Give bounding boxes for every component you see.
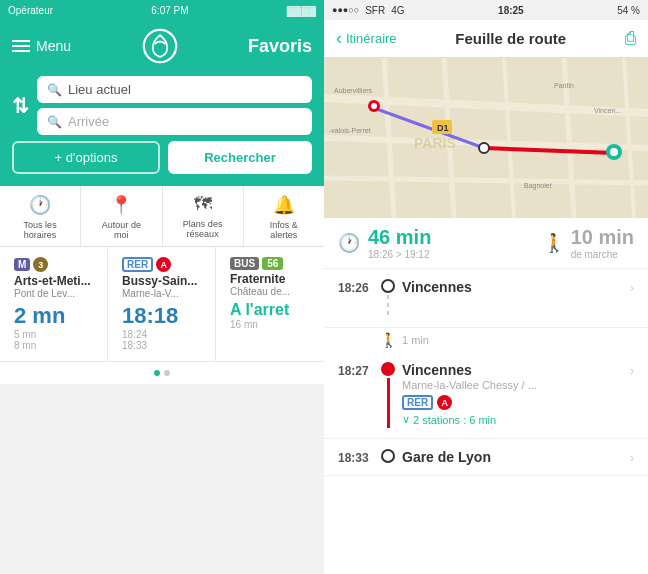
svg-point-14 (371, 103, 377, 109)
transit-next1-bus56: 16 mn (230, 319, 310, 330)
timeline-item-vincennes2[interactable]: 18:27 Vincennes Marne-la-Vallee Chessy /… (324, 352, 648, 439)
rer-badge: RER (122, 257, 153, 272)
tl-content-1: Vincennes (402, 279, 630, 295)
tab-autour-label: Autour demoi (102, 220, 141, 240)
tl-walk-icon-col: 🚶 (374, 332, 402, 348)
transit-name-bus56: Fraternite (230, 272, 310, 286)
timeline: 18:26 Vincennes › 🚶 1 min 18:27 (324, 269, 648, 574)
tab-tous-label: Tous leshoraires (24, 220, 57, 240)
tl-arrow-2: › (630, 362, 634, 378)
back-button[interactable]: ‹ Itinéraire (336, 28, 397, 49)
tl-walk-min: 1 min (402, 334, 429, 346)
map-area: PARIS D1 Aubervilliers Pantin Vincen... … (324, 58, 648, 218)
expand-label: 2 stations : 6 min (413, 414, 496, 426)
hamburger-icon (12, 40, 30, 52)
menu-label: Menu (36, 38, 71, 54)
clock-icon: 🕐 (29, 194, 51, 216)
tab-infos-label: Infos &alertes (270, 220, 298, 240)
tl-dot-col-1 (374, 279, 402, 317)
nav-tabs: 🕐 Tous leshoraires 📍 Autour demoi 🗺 Plan… (0, 186, 324, 247)
transit-sub-metro3: Pont de Lev... (14, 288, 93, 299)
route-info-bar: 🕐 46 min 18:26 > 19:12 🚶 10 min de march… (324, 218, 648, 269)
tab-autour-moi[interactable]: 📍 Autour demoi (81, 186, 162, 246)
clock-icon-route: 🕐 (338, 232, 360, 254)
header-left: Menu Favoris (0, 20, 324, 76)
carrier-right: SFR (365, 5, 385, 16)
transit-time-rera: 18:18 (122, 303, 201, 329)
tab-tous-horaires[interactable]: 🕐 Tous leshoraires (0, 186, 81, 246)
map-icon: 🗺 (194, 194, 212, 215)
share-button[interactable]: ⎙ (625, 28, 636, 49)
transit-item-bus56[interactable]: BUS 56 Fraternite Château de... A l'arre… (216, 247, 324, 362)
status-bar-left: Opérateur 6:07 PM ▓▓▓▓ (0, 0, 324, 20)
left-panel: Opérateur 6:07 PM ▓▓▓▓ Menu Favoris ⇅ 🔍 … (0, 0, 324, 574)
page-dots (0, 362, 324, 384)
search-button[interactable]: Rechercher (168, 141, 312, 174)
tl-dot-col-3 (374, 449, 402, 463)
search-icon-arrive: 🔍 (47, 115, 62, 129)
tl-arrow-3: › (630, 449, 634, 465)
route-icon: ⇅ (12, 94, 29, 118)
current-place-label: Lieu actuel (68, 82, 131, 97)
bus-badge: BUS (230, 257, 259, 270)
rer-a-badge-tl: A (437, 395, 452, 410)
status-bar-right: ●●●○○ SFR 4G 18:25 54 % (324, 0, 648, 20)
options-button[interactable]: + d'options (12, 141, 160, 174)
map-svg: PARIS D1 Aubervilliers Pantin Vincen... … (324, 58, 648, 218)
tl-expand[interactable]: ∨ 2 stations : 6 min (402, 413, 630, 426)
tl-content-2: Vincennes Marne-la-Vallee Chessy / ... R… (402, 362, 630, 426)
search-icon-left: 🔍 (47, 83, 62, 97)
tab-plans-label: Plans desréseaux (183, 219, 223, 239)
location-icon: 📍 (110, 194, 132, 216)
tl-line-dashed-1 (387, 295, 389, 317)
back-chevron-icon: ‹ (336, 28, 342, 49)
header-title-left: Favoris (248, 36, 312, 57)
svg-text:Vincen...: Vincen... (594, 107, 621, 114)
tl-dot-col-2 (374, 362, 402, 428)
app-logo (142, 28, 178, 64)
tab-plans[interactable]: 🗺 Plans desréseaux (163, 186, 244, 246)
route-duration: 46 min (368, 226, 431, 249)
tl-time-1827: 18:27 (338, 362, 374, 378)
signal-area: ●●●○○ SFR 4G (332, 5, 405, 16)
svg-text:PARIS: PARIS (414, 135, 456, 151)
transit-sub-bus56: Château de... (230, 286, 310, 297)
station-gare-de-lyon: Gare de Lyon (402, 449, 630, 465)
station-vincennes2: Vincennes (402, 362, 630, 378)
tl-dot-circle-3 (381, 449, 395, 463)
rer-badge-tl: RER (402, 395, 433, 410)
signal-dots: ●●●○○ (332, 5, 359, 15)
tl-arrow-1: › (630, 279, 634, 295)
transit-item-rera[interactable]: RER A Bussy-Sain... Marne-la-V... 18:18 … (108, 247, 216, 362)
transit-name-metro3: Arts-et-Meti... (14, 274, 93, 288)
right-panel: ●●●○○ SFR 4G 18:25 54 % ‹ Itinéraire Feu… (324, 0, 648, 574)
svg-text:Bagnolet: Bagnolet (524, 182, 552, 190)
time-left: 6:07 PM (151, 5, 188, 16)
dot-2 (164, 370, 170, 376)
transit-item-metro3[interactable]: M 3 Arts-et-Meti... Pont de Lev... 2 mn … (0, 247, 108, 362)
line-a-badge: A (156, 257, 171, 272)
walk-label: de marche (571, 249, 634, 260)
walk-duration: 10 min (571, 226, 634, 249)
menu-button[interactable]: Menu (12, 38, 71, 54)
walk-icon: 🚶 (543, 232, 565, 254)
transit-sub-rera: Marne-la-V... (122, 288, 201, 299)
tab-infos[interactable]: 🔔 Infos &alertes (244, 186, 324, 246)
transit-next2-metro3: 8 mn (14, 340, 93, 351)
arrivee-placeholder: Arrivée (68, 114, 109, 129)
carrier-left: Opérateur (8, 5, 53, 16)
line-56-badge: 56 (262, 257, 283, 270)
battery-left: ▓▓▓▓ (287, 5, 316, 16)
timeline-item-vincennes1[interactable]: 18:26 Vincennes › (324, 269, 648, 328)
route-title: Feuille de route (455, 30, 566, 47)
transit-name-rera: Bussy-Sain... (122, 274, 201, 288)
search-area: ⇅ 🔍 Lieu actuel 🔍 Arrivée + d'options Re… (0, 76, 324, 186)
transit-time-bus56: A l'arret (230, 301, 310, 319)
transit-list: M 3 Arts-et-Meti... Pont de Lev... 2 mn … (0, 247, 324, 362)
svg-point-17 (610, 148, 618, 156)
transit-next1-rera: 18:24 (122, 329, 201, 340)
duration-block: 🕐 46 min 18:26 > 19:12 (338, 226, 431, 260)
timeline-item-gare-de-lyon[interactable]: 18:33 Gare de Lyon › (324, 439, 648, 476)
route-range: 18:26 > 19:12 (368, 249, 431, 260)
station-vincennes1: Vincennes (402, 279, 630, 295)
